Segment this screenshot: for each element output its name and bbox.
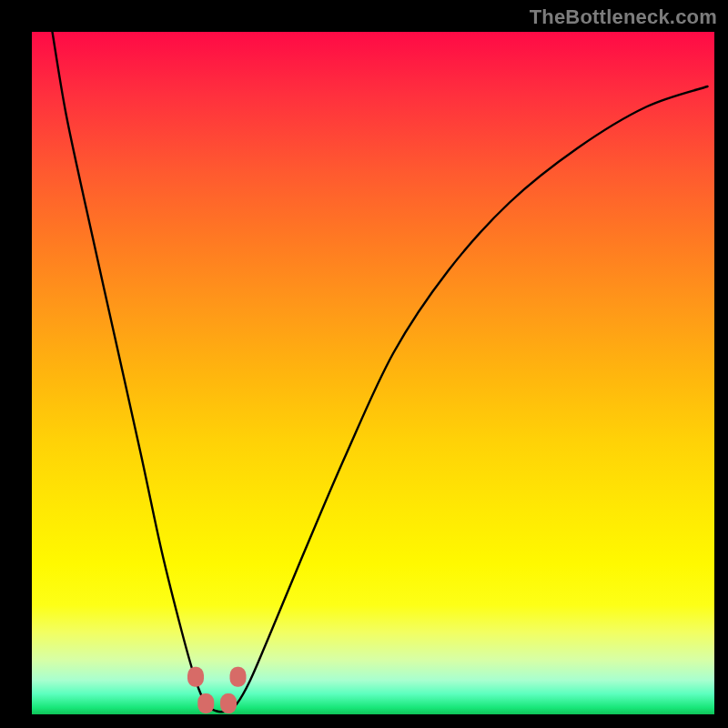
curve-marker <box>187 667 204 687</box>
marker-group <box>187 667 247 713</box>
curve-layer <box>32 32 714 714</box>
chart-canvas: TheBottleneck.com <box>0 0 728 728</box>
bottleneck-curve <box>53 32 708 712</box>
watermark-text: TheBottleneck.com <box>530 5 717 29</box>
curve-marker <box>197 693 214 713</box>
curve-marker <box>220 693 237 713</box>
plot-area <box>32 32 714 714</box>
curve-marker <box>230 667 247 687</box>
